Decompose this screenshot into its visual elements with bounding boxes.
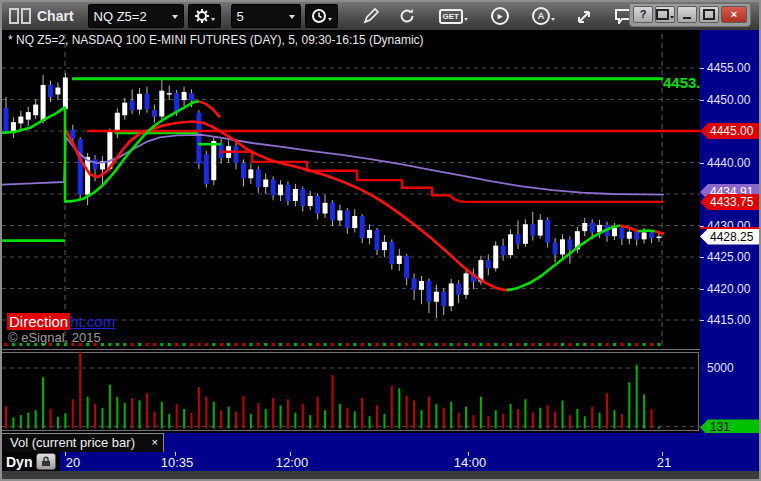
reload-chart-button[interactable] bbox=[398, 7, 416, 25]
paint-bar bbox=[606, 343, 609, 346]
indicator-line bbox=[638, 231, 655, 232]
candle bbox=[271, 180, 276, 196]
paint-bar bbox=[353, 343, 356, 346]
candle bbox=[315, 196, 320, 214]
paint-bar bbox=[413, 343, 416, 346]
time-template-button[interactable] bbox=[305, 4, 338, 28]
candle bbox=[486, 260, 491, 268]
candle bbox=[545, 220, 550, 243]
paint-bar bbox=[264, 343, 267, 346]
paint-bar bbox=[576, 343, 579, 346]
paint-bar bbox=[212, 343, 215, 346]
paint-bar bbox=[613, 343, 616, 346]
dynamic-mode-label: Dyn bbox=[6, 454, 32, 470]
candle bbox=[137, 94, 142, 110]
axis-tick bbox=[700, 289, 704, 290]
price-axis[interactable]: 4455.004450.004445.004440.004434.914433.… bbox=[700, 30, 759, 452]
volume-indicator-tab[interactable]: Vol (current price bar) × bbox=[2, 433, 164, 452]
candle bbox=[538, 220, 543, 236]
candle bbox=[4, 108, 9, 132]
paint-bar bbox=[324, 343, 327, 346]
window-restore-icon[interactable] bbox=[9, 8, 31, 24]
candle bbox=[256, 169, 261, 187]
candle bbox=[26, 112, 31, 120]
draw-tool-button[interactable] bbox=[362, 7, 380, 25]
chevron-down-icon bbox=[289, 15, 295, 22]
paint-bar bbox=[361, 343, 364, 346]
candle bbox=[234, 146, 239, 163]
lock-scale-button[interactable] bbox=[36, 453, 56, 470]
paint-bar bbox=[598, 343, 601, 346]
clock-icon bbox=[311, 8, 327, 24]
paint-bar bbox=[235, 343, 238, 346]
price-label: 4425.00 bbox=[707, 250, 750, 264]
candle bbox=[493, 246, 498, 269]
paint-bar bbox=[272, 343, 275, 346]
candle bbox=[11, 122, 16, 131]
paint-bar bbox=[123, 343, 126, 346]
time-axis[interactable]: Dyn 2010:3512:0014:0021 bbox=[2, 452, 759, 471]
candle bbox=[434, 292, 439, 302]
candle bbox=[189, 93, 194, 101]
interval-value: 5 bbox=[237, 9, 283, 24]
paint-bar bbox=[442, 343, 445, 346]
get-data-button[interactable]: GET bbox=[439, 9, 468, 24]
candle bbox=[642, 232, 647, 239]
candle bbox=[352, 216, 357, 228]
candle bbox=[122, 103, 127, 116]
popout-button[interactable] bbox=[655, 6, 675, 23]
window-controls: ? × bbox=[629, 3, 751, 27]
interval-select[interactable]: 5 bbox=[231, 4, 301, 28]
paint-bar bbox=[635, 343, 638, 346]
chart-plot-area[interactable]: 4453.25 bbox=[2, 30, 700, 433]
paint-bar bbox=[405, 343, 408, 346]
replay-button[interactable]: ▸ bbox=[491, 7, 509, 25]
candle bbox=[93, 159, 98, 169]
refresh-icon bbox=[398, 7, 416, 25]
candle bbox=[174, 93, 179, 112]
paint-bar bbox=[257, 343, 260, 346]
candle bbox=[456, 283, 461, 294]
paint-bar bbox=[568, 343, 571, 346]
paint-bar bbox=[435, 343, 438, 346]
paint-bar bbox=[383, 343, 386, 346]
paint-bar bbox=[294, 343, 297, 346]
candle bbox=[612, 228, 617, 236]
candle bbox=[419, 281, 424, 290]
paint-bar bbox=[101, 343, 104, 346]
paint-bar bbox=[183, 343, 186, 346]
close-icon[interactable]: × bbox=[149, 433, 161, 451]
paint-bar bbox=[286, 343, 289, 346]
minimize-button[interactable] bbox=[677, 6, 697, 23]
help-button[interactable]: ? bbox=[633, 6, 653, 23]
paint-bar bbox=[465, 343, 468, 346]
candle bbox=[330, 203, 335, 221]
copyright-text: © eSignal, 2015 bbox=[8, 330, 101, 345]
chevron-down-icon bbox=[172, 15, 178, 22]
paint-bar bbox=[175, 343, 178, 346]
symbol-select[interactable]: NQ Z5=2 bbox=[88, 4, 184, 28]
paint-bar bbox=[116, 343, 119, 346]
symbol-value: NQ Z5=2 bbox=[94, 9, 166, 24]
candle bbox=[619, 228, 624, 239]
paint-bar bbox=[583, 343, 586, 346]
symbol-settings-button[interactable] bbox=[188, 4, 221, 28]
paint-bar bbox=[427, 343, 430, 346]
close-button[interactable]: × bbox=[721, 6, 747, 23]
candle bbox=[248, 169, 253, 178]
paint-bar bbox=[145, 343, 148, 346]
candle bbox=[144, 94, 149, 109]
watermark-domain[interactable]: ht.com bbox=[70, 313, 115, 330]
axis-tick bbox=[700, 257, 704, 258]
candle bbox=[78, 139, 83, 194]
maximize-button[interactable] bbox=[699, 6, 719, 23]
candle bbox=[211, 141, 216, 180]
candle bbox=[196, 113, 201, 164]
candle bbox=[397, 256, 402, 264]
price-label: 4450.00 bbox=[707, 93, 750, 107]
paint-bar bbox=[108, 343, 111, 346]
share-button[interactable] bbox=[576, 8, 593, 25]
alerts-button[interactable]: A bbox=[532, 7, 555, 25]
paint-bar bbox=[160, 343, 163, 346]
gear-icon bbox=[194, 8, 210, 24]
